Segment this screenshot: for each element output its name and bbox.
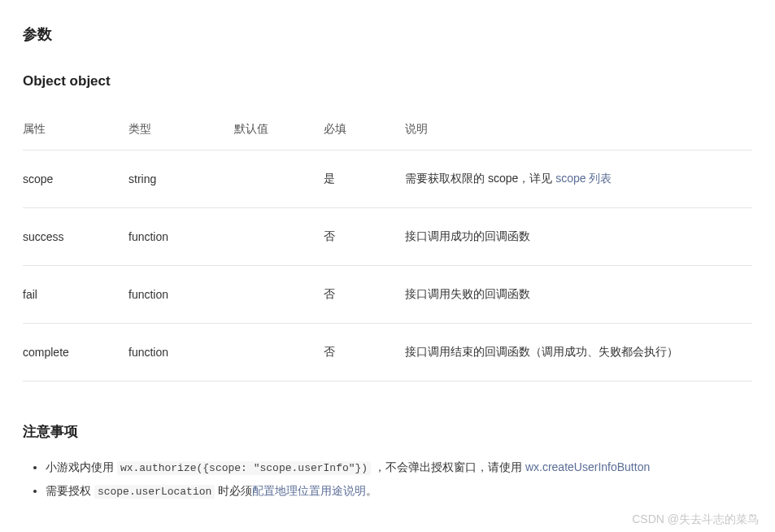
cell-type: function (128, 324, 234, 382)
cell-default (234, 266, 324, 324)
cell-attr: fail (23, 266, 128, 324)
cell-type: function (128, 208, 234, 266)
note-code: scope.userLocation (94, 485, 215, 499)
table-header-row: 属性 类型 默认值 必填 说明 (23, 111, 752, 150)
note-text: 。 (366, 484, 377, 497)
header-desc: 说明 (405, 111, 752, 150)
cell-default (234, 208, 324, 266)
cell-type: string (128, 150, 234, 208)
note-code: wx.authorize({scope: "scope.userInfo"}) (117, 461, 371, 475)
header-attr: 属性 (23, 111, 128, 150)
cell-desc: 接口调用成功的回调函数 (405, 208, 752, 266)
header-default: 默认值 (234, 111, 324, 150)
table-row: scope string 是 需要获取权限的 scope，详见 scope 列表 (23, 150, 752, 208)
header-type: 类型 (128, 111, 234, 150)
create-user-info-button-link[interactable]: wx.createUserInfoButton (525, 460, 650, 473)
cell-default (234, 324, 324, 382)
notes-list: 小游戏内使用 wx.authorize({scope: "scope.userI… (23, 456, 752, 503)
cell-desc: 接口调用结束的回调函数（调用成功、失败都会执行） (405, 324, 752, 382)
table-row: success function 否 接口调用成功的回调函数 (23, 208, 752, 266)
geo-config-link[interactable]: 配置地理位置用途说明 (252, 484, 366, 497)
object-heading: Object object (23, 73, 752, 89)
params-heading: 参数 (23, 24, 752, 44)
header-required: 必填 (324, 111, 405, 150)
desc-text: 需要获取权限的 scope，详见 (405, 172, 555, 185)
cell-required: 否 (324, 266, 405, 324)
list-item: 需要授权 scope.userLocation 时必须配置地理位置用途说明。 (46, 479, 752, 503)
cell-attr: complete (23, 324, 128, 382)
cell-desc: 需要获取权限的 scope，详见 scope 列表 (405, 150, 752, 208)
params-table: 属性 类型 默认值 必填 说明 scope string 是 需要获取权限的 s… (23, 111, 752, 382)
note-text: ，不会弹出授权窗口，请使用 (371, 460, 525, 473)
notes-heading: 注意事项 (23, 422, 752, 441)
cell-attr: scope (23, 150, 128, 208)
cell-default (234, 150, 324, 208)
note-text: 时必须 (215, 484, 252, 497)
note-text: 小游戏内使用 (46, 460, 117, 473)
cell-desc: 接口调用失败的回调函数 (405, 266, 752, 324)
cell-required: 否 (324, 324, 405, 382)
watermark: CSDN @失去斗志的菜鸟 (632, 512, 759, 527)
list-item: 小游戏内使用 wx.authorize({scope: "scope.userI… (46, 456, 752, 479)
note-text: 需要授权 (46, 484, 94, 497)
cell-required: 是 (324, 150, 405, 208)
cell-required: 否 (324, 208, 405, 266)
scope-list-link[interactable]: scope 列表 (555, 172, 612, 185)
cell-attr: success (23, 208, 128, 266)
cell-type: function (128, 266, 234, 324)
table-row: fail function 否 接口调用失败的回调函数 (23, 266, 752, 324)
table-row: complete function 否 接口调用结束的回调函数（调用成功、失败都… (23, 324, 752, 382)
